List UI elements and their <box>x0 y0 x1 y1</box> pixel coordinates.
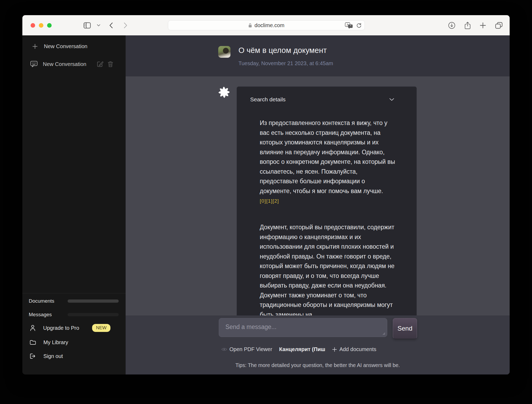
search-details-toggle[interactable]: Search details <box>237 87 416 103</box>
messages-usage-row: Messages <box>29 312 119 318</box>
sign-out-icon <box>30 353 36 359</box>
message-input[interactable] <box>219 318 387 337</box>
sidebar-menu-chevron[interactable] <box>97 15 100 35</box>
sign-out-label: Sign out <box>43 353 63 359</box>
assistant-avatar-icon <box>218 86 230 99</box>
sidebar: New Conversation New Conversation <box>22 35 126 374</box>
share-button[interactable] <box>464 22 471 29</box>
open-pdf-viewer-button[interactable]: Open PDF Viewer <box>221 346 272 352</box>
search-details-label: Search details <box>250 96 286 103</box>
chat-bubble-icon <box>30 61 38 67</box>
zoom-window-button[interactable] <box>47 23 52 28</box>
person-icon <box>30 325 36 331</box>
documents-progressbar <box>68 299 119 303</box>
sidebar-toggle-button[interactable] <box>84 15 91 35</box>
assistant-message-card: Search details Из предоставленного конте… <box>237 86 417 315</box>
add-documents-label: Add documents <box>339 346 376 352</box>
composer-footer: Send Open PDF Viewer Канцелярит (Пиш <box>126 315 510 374</box>
documents-usage-row: Documents <box>29 298 119 304</box>
conversation-title: New Conversation <box>43 61 86 67</box>
chat-scroll-area[interactable]: Search details Из предоставленного конте… <box>126 76 510 315</box>
conversation-header: О чём в целом документ Tuesday, November… <box>126 35 510 76</box>
browser-window: doclime.com A * <box>22 15 510 374</box>
page-title: О чём в целом документ <box>238 46 327 55</box>
documents-label: Documents <box>29 298 68 304</box>
open-pdf-viewer-label: Open PDF Viewer <box>229 346 272 352</box>
browser-chrome: doclime.com A * <box>22 15 510 35</box>
close-window-button[interactable] <box>31 23 35 28</box>
sign-out-button[interactable]: Sign out <box>30 351 119 361</box>
upgrade-to-pro-label: Upgrade to Pro <box>43 325 79 331</box>
add-documents-button[interactable]: Add documents <box>332 346 376 352</box>
citation-link[interactable]: [1] <box>266 198 273 204</box>
plus-icon <box>32 44 38 49</box>
main-area: О чём в целом документ Tuesday, November… <box>126 35 510 374</box>
traffic-lights <box>31 23 52 28</box>
delete-conversation-button[interactable] <box>108 61 113 67</box>
tips-text: Tips: The more detailed your question, t… <box>126 362 510 368</box>
chevron-down-icon <box>389 98 394 101</box>
citation-links: [0][1][2] <box>260 198 397 204</box>
new-conversation-label: New Conversation <box>44 43 87 49</box>
plus-icon <box>332 347 337 352</box>
reload-button[interactable] <box>356 23 361 28</box>
minimize-window-button[interactable] <box>39 23 43 28</box>
conversation-avatar <box>218 46 230 58</box>
my-library-label: My Library <box>43 339 68 345</box>
back-chevron-icon <box>109 22 113 28</box>
tabs-overview-button[interactable] <box>495 22 503 29</box>
citation-link[interactable]: [0] <box>260 198 266 204</box>
conversation-list-item[interactable]: New Conversation <box>30 61 113 67</box>
address-bar[interactable]: doclime.com A * <box>168 20 365 30</box>
sidebar-toggle-icon <box>84 22 91 28</box>
downloads-button[interactable] <box>448 22 455 29</box>
my-library-button[interactable]: My Library <box>30 337 119 348</box>
folder-icon <box>30 340 36 345</box>
citation-link[interactable]: [2] <box>273 198 279 204</box>
new-conversation-button[interactable]: New Conversation <box>32 43 87 49</box>
sidebar-footer: Documents Messages Upgrade to Pro NEW <box>22 293 126 374</box>
forward-button[interactable] <box>124 15 127 35</box>
document-name-button[interactable]: Канцелярит (Пиш <box>279 346 325 352</box>
footer-links: Open PDF Viewer Канцелярит (Пиш Add docu… <box>221 346 376 352</box>
message-input-box <box>219 318 387 337</box>
back-button[interactable] <box>109 15 113 35</box>
resize-handle[interactable] <box>382 332 385 335</box>
message-paragraph: Документ, который вы предоставили, содер… <box>260 222 397 315</box>
send-button[interactable]: Send <box>393 318 417 339</box>
url-text: doclime.com <box>254 22 284 28</box>
lock-icon <box>248 23 252 28</box>
svg-text:*: * <box>350 24 351 27</box>
new-badge: NEW <box>92 324 111 332</box>
translate-button[interactable]: A * <box>345 22 353 29</box>
new-tab-button[interactable] <box>480 22 486 28</box>
edit-conversation-button[interactable] <box>97 61 103 67</box>
upgrade-to-pro-button[interactable]: Upgrade to Pro NEW <box>30 323 119 333</box>
messages-label: Messages <box>29 312 68 318</box>
chevron-down-icon <box>97 24 100 26</box>
forward-chevron-icon <box>124 22 127 28</box>
messages-progressbar <box>68 313 119 316</box>
eye-icon <box>221 347 227 351</box>
conversation-timestamp: Tuesday, November 21 2023, at 6:45am <box>238 60 333 66</box>
message-paragraph: Из предоставленного контекста я вижу, чт… <box>260 118 397 196</box>
